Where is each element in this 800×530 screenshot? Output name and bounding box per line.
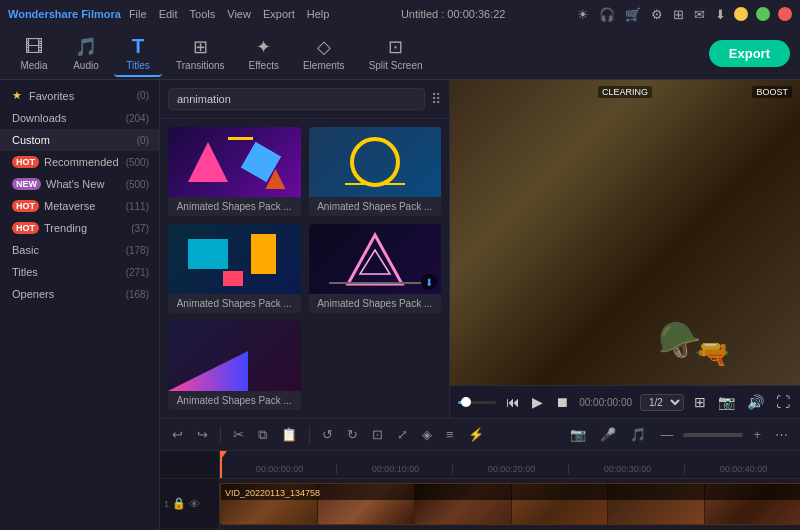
color-button[interactable]: ◈ xyxy=(418,425,436,444)
basic-label: Basic xyxy=(12,244,39,256)
toolbar-audio[interactable]: 🎵 Audio xyxy=(62,32,110,75)
hot-badge-recommended: HOT xyxy=(12,156,39,168)
trending-count: (37) xyxy=(131,223,149,234)
menu-export[interactable]: Export xyxy=(263,8,295,20)
paste-button[interactable]: 📋 xyxy=(277,425,301,444)
progress-handle[interactable] xyxy=(461,397,471,407)
play-button[interactable]: ▶ xyxy=(530,392,545,412)
title-card-4[interactable]: ⬇ Animated Shapes Pack ... xyxy=(309,224,442,313)
download-badge-4: ⬇ xyxy=(421,274,437,290)
fit-button[interactable]: ⤢ xyxy=(393,425,412,444)
sidebar-item-whats-new[interactable]: NEW What's New (500) xyxy=(0,173,159,195)
toolbar-effects[interactable]: ✦ Effects xyxy=(239,32,289,75)
title-card-1[interactable]: Animated Shapes Pack ... xyxy=(168,127,301,216)
sidebar-item-titles[interactable]: Titles (271) xyxy=(0,261,159,283)
playhead[interactable] xyxy=(220,451,222,478)
mic-button[interactable]: 🎤 xyxy=(596,425,620,444)
zoom-slider-tl[interactable] xyxy=(683,433,743,437)
left-panel: ★ Favorites (0) Downloads (204) Custom (… xyxy=(0,80,160,530)
ruler-mark-1: 00:00:10:00 xyxy=(336,464,452,474)
sidebar-item-favorites[interactable]: ★ Favorites (0) xyxy=(0,84,159,107)
toolbar-media[interactable]: 🎞 Media xyxy=(10,33,58,75)
video-gun: 🔫 xyxy=(695,337,730,370)
crop-button[interactable]: ⊞ xyxy=(692,392,708,412)
timeline-content: 1 🔒 👁 1 🔒 🔊 xyxy=(160,451,800,530)
toolbar-split-screen[interactable]: ⊡ Split Screen xyxy=(359,32,433,75)
redo-button[interactable]: ↪ xyxy=(193,425,212,444)
camera-tl-button[interactable]: 📷 xyxy=(566,425,590,444)
separator-2 xyxy=(309,426,310,444)
video-clip[interactable]: VID_20220113_134758 xyxy=(220,483,800,525)
title-card-3[interactable]: Animated Shapes Pack ... xyxy=(168,224,301,313)
copy-button[interactable]: ⧉ xyxy=(254,425,271,445)
eye-icon[interactable]: 👁 xyxy=(189,498,200,510)
titles-count: (271) xyxy=(126,267,149,278)
undo-button[interactable]: ↩ xyxy=(168,425,187,444)
sidebar-item-recommended[interactable]: HOT Recommended (500) xyxy=(0,151,159,173)
export-button[interactable]: Export xyxy=(709,40,790,67)
menu-file[interactable]: File xyxy=(129,8,147,20)
clip-label-bar: VID_20220113_134758 xyxy=(221,484,800,500)
search-input[interactable] xyxy=(168,88,425,110)
title-bar-left: Wondershare Filmora File Edit Tools View… xyxy=(8,8,329,20)
menu-edit[interactable]: Edit xyxy=(159,8,178,20)
volume-button[interactable]: 🔊 xyxy=(745,392,766,412)
more-button[interactable]: ⋯ xyxy=(771,425,792,444)
rotate-right-button[interactable]: ↻ xyxy=(343,425,362,444)
hot-badge-trending: HOT xyxy=(12,222,39,234)
sidebar-item-custom[interactable]: Custom (0) xyxy=(0,129,159,151)
menu-view[interactable]: View xyxy=(227,8,251,20)
custom-count: (0) xyxy=(137,135,149,146)
minus-button[interactable]: — xyxy=(656,425,677,444)
metaverse-count: (111) xyxy=(126,201,149,212)
ruler-mark-0: 00:00:00:00 xyxy=(220,464,336,474)
skip-back-button[interactable]: ⏮ xyxy=(504,392,522,412)
sidebar-item-metaverse[interactable]: HOT Metaverse (111) xyxy=(0,195,159,217)
snapshot-button[interactable]: 📷 xyxy=(716,392,737,412)
cart-icon[interactable]: 🛒 xyxy=(625,7,641,22)
stop-button[interactable]: ⏹ xyxy=(553,392,571,412)
title-card-2[interactable]: Animated Shapes Pack ... xyxy=(309,127,442,216)
grid-icon[interactable]: ⊞ xyxy=(673,7,684,22)
menu-help[interactable]: Help xyxy=(307,8,330,20)
sidebar-item-downloads[interactable]: Downloads (204) xyxy=(0,107,159,129)
audio2-button[interactable]: 🎵 xyxy=(626,425,650,444)
split-screen-label: Split Screen xyxy=(369,60,423,71)
maximize-button[interactable] xyxy=(756,7,770,21)
track-ruler-header xyxy=(160,451,219,479)
toolbar-elements[interactable]: ◇ Elements xyxy=(293,32,355,75)
metaverse-label: Metaverse xyxy=(44,200,95,212)
title-card-5[interactable]: Animated Shapes Pack ... xyxy=(168,321,301,410)
toolbar-titles[interactable]: T Titles xyxy=(114,31,162,77)
speed-button[interactable]: ⚡ xyxy=(464,425,488,444)
hot-badge-metaverse: HOT xyxy=(12,200,39,212)
rotate-left-button[interactable]: ↺ xyxy=(318,425,337,444)
headset-icon[interactable]: 🎧 xyxy=(599,7,615,22)
grid-toggle-icon[interactable]: ⠿ xyxy=(431,91,441,107)
cut-button[interactable]: ✂ xyxy=(229,425,248,444)
split-screen-icon: ⊡ xyxy=(388,36,403,58)
fullscreen-button[interactable]: ⛶ xyxy=(774,392,792,412)
window-controls: ☀ 🎧 🛒 ⚙ ⊞ ✉ ⬇ xyxy=(577,7,792,22)
sidebar-item-trending[interactable]: HOT Trending (37) xyxy=(0,217,159,239)
video-progress-bar[interactable] xyxy=(458,401,496,404)
plus-button[interactable]: + xyxy=(749,425,765,444)
lock-icon[interactable]: 🔒 xyxy=(172,497,186,510)
audio-tl-button[interactable]: ≡ xyxy=(442,425,458,444)
download-icon[interactable]: ⬇ xyxy=(715,7,726,22)
toolbar-transitions[interactable]: ⊞ Transitions xyxy=(166,32,235,75)
crop-tl-button[interactable]: ⊡ xyxy=(368,425,387,444)
card-1-shape1 xyxy=(188,142,228,182)
email-icon[interactable]: ✉ xyxy=(694,7,705,22)
track-number-1: 1 xyxy=(164,499,169,509)
sun-icon[interactable]: ☀ xyxy=(577,7,589,22)
sidebar-item-basic[interactable]: Basic (178) xyxy=(0,239,159,261)
elements-icon: ◇ xyxy=(317,36,331,58)
sidebar-item-openers[interactable]: Openers (168) xyxy=(0,283,159,305)
settings-icon[interactable]: ⚙ xyxy=(651,7,663,22)
minimize-button[interactable] xyxy=(734,7,748,21)
menu-tools[interactable]: Tools xyxy=(190,8,216,20)
zoom-select[interactable]: 1/2 1/1 1/4 xyxy=(640,394,684,411)
card-3-preview xyxy=(168,224,301,294)
close-button[interactable] xyxy=(778,7,792,21)
